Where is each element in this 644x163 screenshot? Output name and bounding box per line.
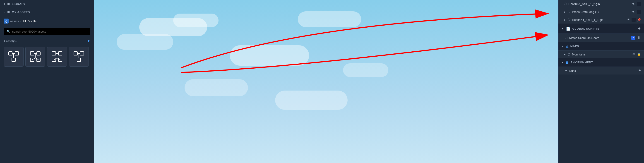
assets-grid [0,45,94,68]
svg-rect-5 [30,52,34,55]
library-section-header[interactable]: + ⊞ LIBRARY [0,0,94,8]
list-item-sun1[interactable]: ✦ Sun1 👁 [558,67,644,74]
environment-label: ENVIRONMENT [571,61,593,64]
my-assets-section-header[interactable]: − ⊞ MY ASSETS [0,8,94,16]
svg-rect-22 [80,52,84,55]
list-item-mountains[interactable]: ▶ ⬡ Mountains 👁 🔒 [558,50,644,58]
search-bar[interactable]: 🔍 [4,28,90,35]
cloud-6 [275,90,348,110]
list-item-healthkit-1[interactable]: ⬡ HealthKit_SciFi_1_2.glb 👁 [558,0,644,8]
visibility-square-healthkit-2[interactable] [632,18,636,22]
cube-icon-crate: ⬡ [568,10,570,14]
grid-icon-assets: ⊞ [7,10,10,14]
item-actions-healthkit-1: 👁 [632,2,641,6]
left-panel: + ⊞ LIBRARY − ⊞ MY ASSETS ❮ Assets › All… [0,0,94,163]
match-score-label: Match Score On Death [569,36,630,40]
global-scripts-header[interactable]: ▼ 📄 GLOBAL SCRIPTS + [558,24,644,34]
lock-icon-mountains[interactable]: 🔒 [637,52,641,56]
item-label-healthkit-1: HealthKit_SciFi_1_2.glb [568,2,630,6]
add-script-button[interactable]: + [638,26,641,31]
svg-rect-23 [77,58,80,62]
cube-icon: ⬡ [564,2,566,6]
asset-item-1[interactable] [4,47,24,66]
pin-icon-healthkit-2[interactable]: 📌 [637,18,641,22]
sun-item-icon: ✦ [565,69,568,72]
library-label: LIBRARY [12,2,26,6]
svg-rect-14 [58,52,62,55]
list-item-props-cratelong[interactable]: ▶ ⬡ Props CrateLong (1) 👁 [558,8,644,16]
breadcrumb-current: All Results [22,20,36,23]
list-item-healthkit-2[interactable]: ▶ ⬡ HealthKit_SciFi_1_1.glb 👁 📌 [558,16,644,24]
svg-rect-2 [12,58,16,62]
sun1-label: Sun1 [569,69,576,72]
breadcrumb-separator: › [20,20,21,23]
cloud-8 [343,64,388,77]
plus-icon: + [4,2,6,6]
cloud-3 [116,34,173,50]
maps-collapse-icon: ▼ [562,45,564,48]
item-label-healthkit-2: HealthKit_SciFi_1_1.glb [572,18,625,22]
maps-section: ▼ △ MAPS ▶ ⬡ Mountains 👁 🔒 [558,42,644,58]
viewport[interactable] [94,0,558,163]
svg-rect-15 [52,58,56,62]
env-section-icon: ⊞ [566,61,569,64]
eye-icon-mountains[interactable]: 👁 [632,52,636,56]
delete-script-icon[interactable]: 🗑 [637,36,641,40]
item-label-props-cratelong: Props CrateLong (1) [572,10,630,14]
svg-rect-0 [8,52,12,55]
expand-arrow-mountains: ▶ [564,53,566,56]
breadcrumb-assets-link[interactable]: Assets [10,20,19,23]
expand-icon-crate: ▶ [564,11,566,13]
eye-icon-healthkit-1[interactable]: 👁 [632,2,636,6]
eye-icon-healthkit-2[interactable]: 👁 [627,18,630,22]
mountains-label: Mountains [572,53,586,56]
maps-label: MAPS [570,44,579,48]
maps-section-header[interactable]: ▼ △ MAPS [558,42,644,50]
svg-rect-6 [37,52,40,55]
maps-section-icon: △ [566,44,568,48]
collapse-icon-scripts: ▼ [562,28,564,30]
env-collapse-icon: ▼ [562,61,564,64]
svg-rect-21 [74,52,78,55]
cloud-5 [184,79,248,96]
grid-icon: ⊞ [7,2,10,6]
asset-item-3[interactable] [47,47,67,66]
item-actions-healthkit-2: 👁 📌 [627,18,641,22]
cloud-2 [173,14,218,27]
cloud-7 [298,11,361,27]
visibility-square-crate[interactable] [637,10,641,14]
svg-rect-1 [15,52,18,55]
svg-rect-7 [30,58,34,62]
global-scripts-label: GLOBAL SCRIPTS [572,27,600,30]
breadcrumb: ❮ Assets › All Results [0,16,94,26]
list-item-match-score[interactable]: ⬡ Match Score On Death ✓ 🗑 [558,34,644,42]
asset-item-2[interactable] [25,47,45,66]
environment-section-header[interactable]: ▼ ⊞ ENVIRONMENT [558,58,644,67]
assets-count: 4 asset(s) [4,40,16,43]
eye-icon-crate[interactable]: 👁 [632,10,636,14]
visibility-square-healthkit-1[interactable] [637,2,641,6]
breadcrumb-back-button[interactable]: ❮ [4,18,8,24]
script-checkbox[interactable]: ✓ [631,36,636,40]
cloud-4 [230,45,309,66]
environment-section: ▼ ⊞ ENVIRONMENT ✦ Sun1 👁 [558,58,644,74]
expand-icon-healthkit-2: ▶ [564,18,566,21]
svg-rect-13 [52,52,56,55]
assets-count-row: 4 asset(s) ▼ [0,37,94,45]
mountains-actions: 👁 🔒 [632,52,641,56]
search-input[interactable] [12,30,88,33]
right-panel: ⬡ HealthKit_SciFi_1_2.glb 👁 ▶ ⬡ Props Cr… [558,0,644,163]
search-icon: 🔍 [6,30,10,33]
script-item-icon: ⬡ [565,36,568,40]
item-actions-crate: 👁 [632,10,641,14]
my-assets-label: MY ASSETS [12,10,30,14]
asset-item-4[interactable] [69,47,89,66]
eye-icon-sun1[interactable]: 👁 [638,69,641,72]
cube-icon-healthkit-2: ⬡ [568,18,570,22]
minus-icon: − [4,10,6,14]
global-scripts-section: ▼ 📄 GLOBAL SCRIPTS + ⬡ Match Score On De… [558,24,644,42]
cube-icon-mountains: ⬡ [568,52,570,56]
script-section-icon: 📄 [566,26,571,31]
sun1-actions: 👁 [638,69,641,72]
filter-icon[interactable]: ▼ [87,39,90,43]
